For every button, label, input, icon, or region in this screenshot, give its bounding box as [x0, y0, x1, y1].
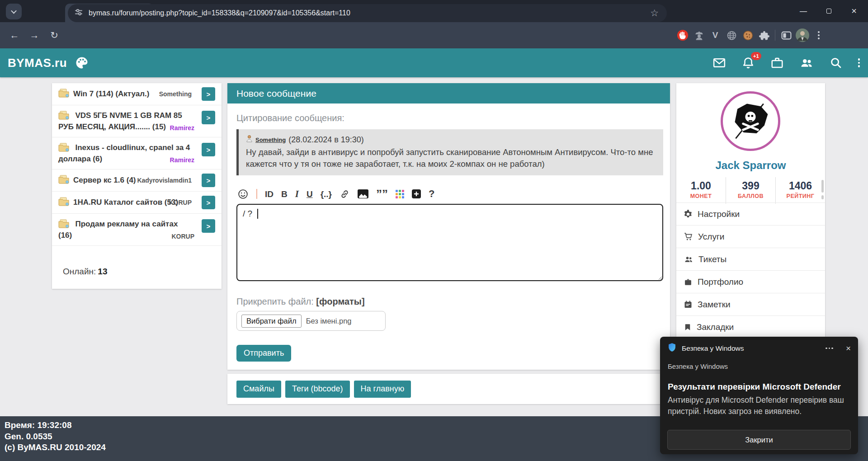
search-icon[interactable]	[829, 56, 843, 70]
tune-icon[interactable]	[74, 8, 83, 19]
window-minimize-button[interactable]: —	[793, 0, 814, 22]
portfolio-icon	[684, 278, 693, 287]
menu-label: Настройки	[698, 209, 740, 219]
italic-button[interactable]: I	[295, 189, 299, 199]
back-button[interactable]: ←	[7, 28, 22, 42]
drag-scrollbar[interactable]	[821, 195, 824, 199]
underline-button[interactable]: U	[307, 190, 313, 198]
bbcode-tags-button[interactable]: Теги (bbcode)	[285, 381, 350, 398]
people-icon[interactable]	[799, 56, 814, 70]
topic-title[interactable]: Продам рекламу на сайтах (16)	[58, 220, 178, 240]
notification-close-button[interactable]: Закрити	[667, 430, 851, 450]
notification-close-icon[interactable]: ×	[846, 344, 851, 353]
home-button[interactable]: На главную	[354, 381, 411, 398]
topic-author[interactable]: KORUP	[169, 199, 192, 206]
header-kebab-icon[interactable]	[858, 58, 860, 67]
topic-author[interactable]: Kadyrovislamdin1	[137, 177, 192, 184]
topic-author[interactable]: Ramirez	[170, 124, 194, 132]
topic-go-button[interactable]: >	[202, 219, 215, 233]
message-editor[interactable]: / ?	[236, 204, 663, 281]
topic-title[interactable]: 1HA.RU Каталог сайтов (53)	[73, 197, 178, 208]
maximize-icon	[826, 9, 831, 14]
stat-value: 1406	[776, 180, 825, 192]
menu-item-bookmarks[interactable]: Закладки	[676, 315, 825, 338]
window-maximize-button[interactable]	[818, 0, 839, 22]
topic-title[interactable]: Сервер кс 1.6 (4)	[73, 175, 136, 186]
quote-icon[interactable]: ””	[376, 188, 388, 200]
browser-menu-kebab-icon[interactable]	[811, 31, 827, 39]
smileys-button[interactable]: Смайлы	[236, 381, 281, 398]
tab-search-button[interactable]	[6, 4, 22, 19]
avatar[interactable]	[721, 91, 780, 151]
menu-item-notes[interactable]: Заметки	[676, 293, 825, 315]
topic-go-button[interactable]: >	[202, 87, 215, 101]
v-extension-icon[interactable]: V	[707, 30, 723, 40]
topic-author[interactable]: Ramirez	[170, 156, 194, 164]
incognito-icon[interactable]	[691, 30, 707, 41]
grid-icon[interactable]	[396, 190, 404, 198]
notification-title: Результати перевірки Microsoft Defender	[668, 382, 841, 392]
adblock-hand-icon[interactable]	[675, 29, 691, 41]
plus-box-icon[interactable]	[412, 189, 421, 198]
smiley-icon[interactable]	[237, 188, 249, 200]
topic-row[interactable]: VDS 5ГБ NVME 1 GB RAM 85 РУБ МЕСЯЦ, АКЦИ…	[52, 105, 222, 137]
mail-icon[interactable]	[712, 56, 726, 70]
notification-body: Антивірус для Microsoft Defender перевір…	[668, 395, 850, 417]
submit-button[interactable]: Отправить	[236, 345, 291, 362]
reload-button[interactable]: ↻	[47, 28, 61, 42]
forward-button[interactable]: →	[27, 28, 42, 42]
topic-row[interactable]: Продам рекламу на сайтах (16) KORUP >	[52, 214, 222, 246]
topic-title[interactable]: Win 7 (114) (Актуал.)	[73, 89, 149, 99]
drag-scrollbar[interactable]	[821, 180, 824, 193]
menu-item-settings[interactable]: Настройки	[676, 202, 825, 225]
bookmark-star-icon[interactable]: ☆	[648, 8, 660, 19]
quote-author-link[interactable]: Something	[255, 136, 286, 143]
url-bar[interactable]: bymas.ru/forum/posting.php?topic_id=1583…	[68, 4, 667, 22]
folder-icon	[58, 175, 69, 186]
notification-app-name: Безпека у Windows	[682, 344, 825, 353]
id-button[interactable]: ID	[265, 190, 274, 198]
menu-item-portfolio[interactable]: Портфолио	[676, 270, 825, 293]
site-header: BYMAS.ru +1	[0, 48, 868, 77]
side-panel-icon[interactable]	[778, 30, 794, 41]
site-logo[interactable]: BYMAS.ru	[8, 48, 67, 77]
palette-icon[interactable]	[75, 56, 89, 71]
profile-name[interactable]: Jack Sparrow	[676, 159, 825, 172]
notification-more-icon[interactable]	[825, 345, 834, 352]
window-close-button[interactable]: ×	[844, 0, 864, 22]
quote-text: Ну давай, зайди в антивирус и попробуй з…	[246, 146, 656, 170]
topic-author[interactable]: KORUP	[171, 233, 194, 240]
help-icon[interactable]: ?	[429, 189, 434, 199]
briefcase-icon[interactable]	[770, 56, 784, 70]
cookie-icon[interactable]	[740, 30, 756, 41]
menu-item-tickets[interactable]: Тикеты	[676, 248, 825, 270]
topic-row[interactable]: Inexus - cloudlinux, cpanel за 4 доллара…	[52, 137, 222, 169]
topic-go-button[interactable]: >	[202, 143, 215, 156]
url-text[interactable]: bymas.ru/forum/posting.php?topic_id=1583…	[89, 9, 648, 17]
menu-item-services[interactable]: Услуги	[676, 225, 825, 248]
bottom-actions: Смайлы Теги (bbcode) На главную	[227, 374, 670, 404]
globe-icon[interactable]	[723, 30, 740, 41]
code-button[interactable]: {..}	[321, 190, 332, 198]
link-icon[interactable]	[340, 189, 350, 199]
topic-go-button[interactable]: >	[202, 196, 215, 209]
notes-icon	[684, 300, 693, 309]
topic-row[interactable]: Win 7 (114) (Актуал.) Something >	[52, 83, 222, 105]
profile-avatar[interactable]	[794, 28, 811, 42]
topic-row[interactable]: 1HA.RU Каталог сайтов (53) KORUP >	[52, 192, 222, 214]
folder-icon	[58, 219, 69, 230]
image-icon[interactable]	[358, 189, 368, 198]
extensions-puzzle-icon[interactable]	[756, 30, 772, 41]
topic-row[interactable]: Сервер кс 1.6 (4) Kadyrovislamdin1 >	[52, 169, 222, 192]
topic-title[interactable]: VDS 5ГБ NVME 1 GB RAM 85 РУБ МЕСЯЦ, АКЦИ…	[58, 111, 182, 131]
topic-go-button[interactable]: >	[202, 174, 215, 187]
file-input[interactable]: Вибрати файл Без імені.png	[236, 311, 386, 331]
quoted-message: Something (28.02.2024 в 19:30) Ну давай,…	[236, 129, 663, 175]
attach-label: Прикрепить файл: [форматы]	[236, 296, 365, 307]
topic-go-button[interactable]: >	[202, 111, 215, 124]
bell-icon[interactable]: +1	[741, 56, 755, 70]
choose-file-button[interactable]: Вибрати файл	[241, 315, 302, 328]
attach-formats-link[interactable]: [форматы]	[316, 296, 364, 306]
bold-button[interactable]: B	[281, 190, 288, 198]
topic-author[interactable]: Something	[159, 90, 192, 98]
